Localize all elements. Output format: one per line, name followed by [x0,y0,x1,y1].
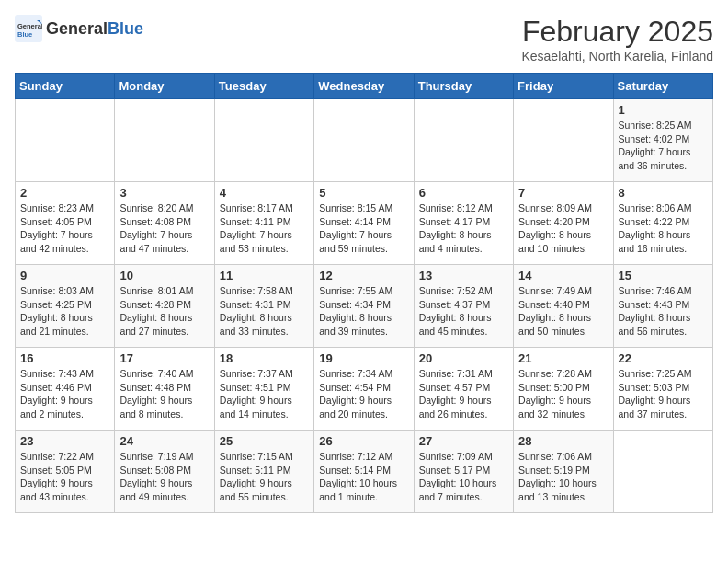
day-cell: 9Sunrise: 8:03 AMSunset: 4:25 PMDaylight… [16,265,115,348]
day-cell: 19Sunrise: 7:34 AMSunset: 4:54 PMDayligh… [314,348,414,431]
day-number: 12 [319,269,408,282]
day-cell: 11Sunrise: 7:58 AMSunset: 4:31 PMDayligh… [214,265,313,348]
day-cell: 5Sunrise: 8:15 AMSunset: 4:14 PMDaylight… [314,182,414,265]
day-info: Sunrise: 8:25 AMSunset: 4:02 PMDaylight:… [619,119,708,173]
day-cell: 7Sunrise: 8:09 AMSunset: 4:20 PMDaylight… [514,182,613,265]
week-row-1: 1Sunrise: 8:25 AMSunset: 4:02 PMDaylight… [16,99,713,182]
day-cell: 24Sunrise: 7:19 AMSunset: 5:08 PMDayligh… [115,431,214,513]
day-cell [314,99,414,182]
day-cell: 2Sunrise: 8:23 AMSunset: 4:05 PMDaylight… [16,182,115,265]
day-cell: 8Sunrise: 8:06 AMSunset: 4:22 PMDaylight… [613,182,712,265]
day-info: Sunrise: 7:25 AMSunset: 5:03 PMDaylight:… [619,367,708,421]
day-info: Sunrise: 7:40 AMSunset: 4:48 PMDaylight:… [119,367,209,421]
day-number: 21 [518,351,608,365]
day-info: Sunrise: 7:19 AMSunset: 5:08 PMDaylight:… [119,450,209,504]
day-number: 17 [119,351,209,365]
day-info: Sunrise: 7:09 AMSunset: 5:17 PMDaylight:… [419,450,508,504]
day-cell: 1Sunrise: 8:25 AMSunset: 4:02 PMDaylight… [613,99,712,182]
day-info: Sunrise: 8:15 AMSunset: 4:14 PMDaylight:… [319,201,408,256]
day-number: 11 [220,269,309,282]
day-number: 23 [20,434,109,448]
day-number: 13 [419,269,508,282]
day-cell: 25Sunrise: 7:15 AMSunset: 5:11 PMDayligh… [214,431,313,513]
day-number: 9 [20,269,109,282]
day-cell: 16Sunrise: 7:43 AMSunset: 4:46 PMDayligh… [16,348,115,431]
day-info: Sunrise: 7:34 AMSunset: 4:54 PMDaylight:… [319,367,408,421]
day-info: Sunrise: 7:15 AMSunset: 5:11 PMDaylight:… [220,450,309,504]
svg-text:General: General [17,22,42,30]
day-number: 22 [619,351,708,365]
day-info: Sunrise: 7:58 AMSunset: 4:31 PMDaylight:… [220,284,309,339]
day-cell [16,99,115,182]
weekday-header-saturday: Saturday [613,74,712,99]
day-cell: 22Sunrise: 7:25 AMSunset: 5:03 PMDayligh… [613,348,712,431]
logo-general-text: General [46,19,108,39]
page-header: General Blue General Blue February 2025 … [15,15,713,63]
logo-icon: General Blue [15,15,42,42]
weekday-header-thursday: Thursday [414,74,513,99]
day-number: 4 [220,186,309,200]
week-row-2: 2Sunrise: 8:23 AMSunset: 4:05 PMDaylight… [16,182,713,265]
day-info: Sunrise: 7:52 AMSunset: 4:37 PMDaylight:… [419,284,508,339]
day-number: 15 [619,269,708,282]
day-number: 19 [319,351,408,365]
weekday-header-monday: Monday [115,74,214,99]
day-info: Sunrise: 7:49 AMSunset: 4:40 PMDaylight:… [518,284,608,339]
day-info: Sunrise: 7:12 AMSunset: 5:14 PMDaylight:… [319,450,408,504]
day-number: 27 [419,434,508,448]
location-subtitle: Kesaelahti, North Karelia, Finland [521,49,713,63]
day-number: 24 [119,434,209,448]
day-cell: 27Sunrise: 7:09 AMSunset: 5:17 PMDayligh… [414,431,513,513]
day-cell: 3Sunrise: 8:20 AMSunset: 4:08 PMDaylight… [115,182,214,265]
day-info: Sunrise: 7:06 AMSunset: 5:19 PMDaylight:… [518,450,608,504]
week-row-5: 23Sunrise: 7:22 AMSunset: 5:05 PMDayligh… [16,431,713,513]
day-info: Sunrise: 8:12 AMSunset: 4:17 PMDaylight:… [419,201,508,256]
weekday-header-friday: Friday [514,74,613,99]
day-number: 8 [619,186,708,200]
logo: General Blue General Blue [15,15,143,42]
day-cell [214,99,313,182]
day-number: 10 [119,269,209,282]
weekday-header-row: SundayMondayTuesdayWednesdayThursdayFrid… [16,74,713,99]
day-info: Sunrise: 7:37 AMSunset: 4:51 PMDaylight:… [220,367,309,421]
day-info: Sunrise: 7:43 AMSunset: 4:46 PMDaylight:… [20,367,109,421]
day-info: Sunrise: 7:55 AMSunset: 4:34 PMDaylight:… [319,284,408,339]
day-number: 6 [419,186,508,200]
day-number: 25 [220,434,309,448]
day-number: 16 [20,351,109,365]
week-row-3: 9Sunrise: 8:03 AMSunset: 4:25 PMDaylight… [16,265,713,348]
day-cell [115,99,214,182]
day-info: Sunrise: 8:17 AMSunset: 4:11 PMDaylight:… [220,201,309,256]
day-number: 5 [319,186,408,200]
day-info: Sunrise: 8:01 AMSunset: 4:28 PMDaylight:… [119,284,209,339]
day-cell: 14Sunrise: 7:49 AMSunset: 4:40 PMDayligh… [514,265,613,348]
weekday-header-tuesday: Tuesday [214,74,313,99]
day-info: Sunrise: 8:20 AMSunset: 4:08 PMDaylight:… [119,201,209,256]
day-number: 1 [619,103,708,117]
day-cell: 17Sunrise: 7:40 AMSunset: 4:48 PMDayligh… [115,348,214,431]
day-number: 20 [419,351,508,365]
day-cell: 23Sunrise: 7:22 AMSunset: 5:05 PMDayligh… [16,431,115,513]
day-info: Sunrise: 8:06 AMSunset: 4:22 PMDaylight:… [619,201,708,256]
title-block: February 2025 Kesaelahti, North Karelia,… [521,15,713,63]
day-info: Sunrise: 7:31 AMSunset: 4:57 PMDaylight:… [419,367,508,421]
day-cell: 18Sunrise: 7:37 AMSunset: 4:51 PMDayligh… [214,348,313,431]
day-cell [613,431,712,513]
day-number: 14 [518,269,608,282]
day-number: 7 [518,186,608,200]
day-cell: 20Sunrise: 7:31 AMSunset: 4:57 PMDayligh… [414,348,513,431]
day-info: Sunrise: 7:22 AMSunset: 5:05 PMDaylight:… [20,450,109,504]
day-cell [414,99,513,182]
day-cell: 10Sunrise: 8:01 AMSunset: 4:28 PMDayligh… [115,265,214,348]
weekday-header-wednesday: Wednesday [314,74,414,99]
day-number: 18 [220,351,309,365]
day-cell: 26Sunrise: 7:12 AMSunset: 5:14 PMDayligh… [314,431,414,513]
day-number: 26 [319,434,408,448]
day-info: Sunrise: 7:46 AMSunset: 4:43 PMDaylight:… [619,284,708,339]
day-cell: 4Sunrise: 8:17 AMSunset: 4:11 PMDaylight… [214,182,313,265]
day-info: Sunrise: 8:09 AMSunset: 4:20 PMDaylight:… [518,201,608,256]
day-number: 3 [119,186,209,200]
weekday-header-sunday: Sunday [16,74,115,99]
day-info: Sunrise: 8:23 AMSunset: 4:05 PMDaylight:… [20,201,109,256]
logo-blue-text: Blue [108,19,143,39]
